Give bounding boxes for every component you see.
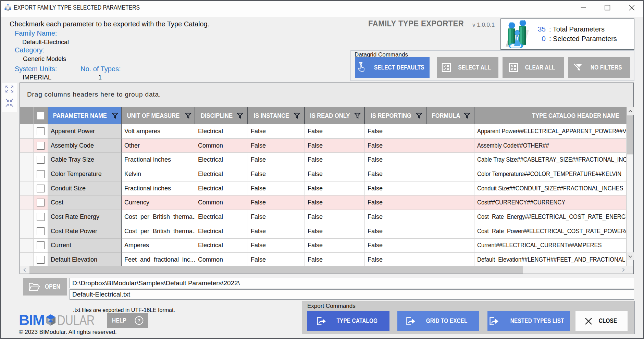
svg-text:?: ? bbox=[137, 318, 140, 323]
